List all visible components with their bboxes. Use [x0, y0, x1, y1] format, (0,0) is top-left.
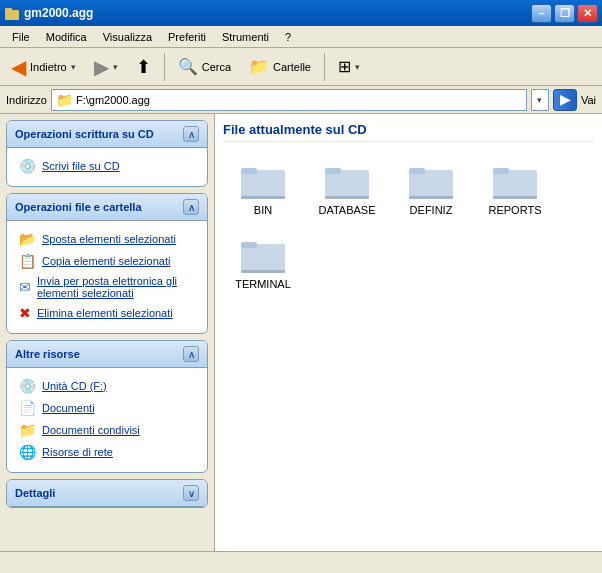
- menu-help[interactable]: ?: [277, 29, 299, 45]
- address-folder-icon: 📁: [56, 92, 73, 108]
- svg-rect-2: [241, 170, 285, 198]
- panel-dettagli-header[interactable]: Dettagli ∨: [7, 480, 207, 507]
- network-icon: 🌐: [19, 444, 36, 460]
- close-button[interactable]: ✕: [577, 4, 598, 23]
- content-title: File attualmente sul CD: [223, 122, 594, 142]
- folder-reports[interactable]: REPORTS: [479, 158, 551, 220]
- email-icon: ✉: [19, 279, 31, 295]
- panel-file-cartella-header[interactable]: Operazioni file e cartella ∧: [7, 194, 207, 221]
- back-label: Indietro: [30, 61, 67, 73]
- search-icon: 🔍: [178, 57, 198, 76]
- panel-item-documenti[interactable]: 📄 Documenti: [15, 398, 199, 418]
- address-dropdown-button[interactable]: ▾: [531, 89, 549, 111]
- svg-rect-11: [493, 170, 537, 198]
- move-icon: 📂: [19, 231, 36, 247]
- folder-terminal-icon: [239, 236, 287, 276]
- folder-database[interactable]: DATABASE: [311, 158, 383, 220]
- toolbar: ◀ Indietro ▾ ▶ ▾ ⬆ 🔍 Cerca 📁 Cartelle ⊞ …: [0, 48, 602, 86]
- menu-modifica[interactable]: Modifica: [38, 29, 95, 45]
- panel-dettagli-collapse[interactable]: ∨: [183, 485, 199, 501]
- back-icon: ◀: [11, 55, 26, 79]
- svg-rect-16: [241, 270, 285, 273]
- toolbar-sep1: [164, 53, 165, 81]
- up-icon: ⬆: [136, 56, 151, 78]
- folder-bin-icon: [239, 162, 287, 202]
- svg-rect-12: [493, 168, 509, 174]
- panel-altre-risorse-collapse[interactable]: ∧: [183, 346, 199, 362]
- folders-label: Cartelle: [273, 61, 311, 73]
- views-icon: ⊞: [338, 57, 351, 76]
- svg-rect-15: [241, 242, 257, 248]
- panel-item-cd-drive[interactable]: 💿 Unità CD (F:): [15, 376, 199, 396]
- back-dropdown-icon: ▾: [71, 62, 76, 72]
- panel-scrittura-collapse[interactable]: ∧: [183, 126, 199, 142]
- menu-file[interactable]: File: [4, 29, 38, 45]
- panel-scrittura-header[interactable]: Operazioni scrittura su CD ∧: [7, 121, 207, 148]
- folder-definiz-icon: [407, 162, 455, 202]
- folder-database-icon: [323, 162, 371, 202]
- menu-preferiti[interactable]: Preferiti: [160, 29, 214, 45]
- svg-rect-14: [241, 244, 285, 272]
- cdrive-label: Unità CD (F:): [42, 380, 107, 392]
- back-button[interactable]: ◀ Indietro ▾: [4, 51, 83, 83]
- folder-terminal[interactable]: TERMINAL: [227, 232, 299, 294]
- panel-altre-risorse-header[interactable]: Altre risorse ∧: [7, 341, 207, 368]
- sposta-label: Sposta elementi selezionati: [42, 233, 176, 245]
- address-go-arrow[interactable]: ▶: [553, 89, 577, 111]
- panel-item-elimina[interactable]: ✖ Elimina elementi selezionati: [15, 303, 199, 323]
- forward-button[interactable]: ▶ ▾: [87, 51, 125, 83]
- svg-rect-10: [409, 196, 453, 199]
- menubar: File Modifica Visualizza Preferiti Strum…: [0, 26, 602, 48]
- search-button[interactable]: 🔍 Cerca: [171, 53, 238, 80]
- panel-file-cartella-content: 📂 Sposta elementi selezionati 📋 Copia el…: [7, 221, 207, 333]
- restore-button[interactable]: ❐: [554, 4, 575, 23]
- forward-dropdown-icon: ▾: [113, 62, 118, 72]
- svg-rect-13: [493, 196, 537, 199]
- folder-reports-label: REPORTS: [489, 204, 542, 216]
- folder-bin[interactable]: BIN: [227, 158, 299, 220]
- panel-dettagli-title: Dettagli: [15, 487, 55, 499]
- panel-altre-risorse-title: Altre risorse: [15, 348, 80, 360]
- folder-database-label: DATABASE: [318, 204, 375, 216]
- svg-rect-7: [325, 196, 369, 199]
- cd-drive-icon: 💿: [19, 378, 36, 394]
- panel-item-sposta[interactable]: 📂 Sposta elementi selezionati: [15, 229, 199, 249]
- views-button[interactable]: ⊞ ▾: [331, 53, 367, 80]
- folders-button[interactable]: 📁 Cartelle: [242, 53, 318, 80]
- menu-visualizza[interactable]: Visualizza: [95, 29, 160, 45]
- svg-rect-3: [241, 168, 257, 174]
- main-area: Operazioni scrittura su CD ∧ 💿 Scrivi fi…: [0, 114, 602, 551]
- titlebar-buttons: – ❐ ✕: [531, 4, 598, 23]
- left-panel: Operazioni scrittura su CD ∧ 💿 Scrivi fi…: [0, 114, 215, 551]
- documenti-condivisi-label: Documenti condivisi: [42, 424, 140, 436]
- panel-item-documenti-condivisi[interactable]: 📁 Documenti condivisi: [15, 420, 199, 440]
- folder-definiz[interactable]: DEFINIZ: [395, 158, 467, 220]
- go-label: Vai: [581, 94, 596, 106]
- elimina-label: Elimina elementi selezionati: [37, 307, 173, 319]
- svg-rect-1: [5, 8, 12, 12]
- menu-strumenti[interactable]: Strumenti: [214, 29, 277, 45]
- panel-item-scrivi[interactable]: 💿 Scrivi file su CD: [15, 156, 199, 176]
- folder-definiz-label: DEFINIZ: [410, 204, 453, 216]
- panel-item-copia[interactable]: 📋 Copia elementi selezionati: [15, 251, 199, 271]
- address-value: F:\gm2000.agg: [76, 94, 150, 106]
- views-dropdown-icon: ▾: [355, 62, 360, 72]
- panel-file-cartella-title: Operazioni file e cartella: [15, 201, 142, 213]
- statusbar: [0, 551, 602, 573]
- up-button[interactable]: ⬆: [129, 52, 158, 82]
- panel-item-rete[interactable]: 🌐 Risorse di rete: [15, 442, 199, 462]
- titlebar-title: gm2000.agg: [24, 6, 531, 20]
- folders-icon: 📁: [249, 57, 269, 76]
- shared-docs-icon: 📁: [19, 422, 36, 438]
- titlebar: gm2000.agg – ❐ ✕: [0, 0, 602, 26]
- panel-scrittura-title: Operazioni scrittura su CD: [15, 128, 154, 140]
- panel-scrittura: Operazioni scrittura su CD ∧ 💿 Scrivi fi…: [6, 120, 208, 187]
- panel-file-cartella-collapse[interactable]: ∧: [183, 199, 199, 215]
- minimize-button[interactable]: –: [531, 4, 552, 23]
- svg-rect-6: [325, 168, 341, 174]
- copy-icon: 📋: [19, 253, 36, 269]
- panel-item-email[interactable]: ✉ Invia per posta elettronica gli elemen…: [15, 273, 199, 301]
- folder-grid: BIN DATABASE: [223, 154, 594, 298]
- panel-altre-risorse: Altre risorse ∧ 💿 Unità CD (F:) 📄 Docume…: [6, 340, 208, 473]
- address-input-wrapper[interactable]: 📁 F:\gm2000.agg: [51, 89, 527, 111]
